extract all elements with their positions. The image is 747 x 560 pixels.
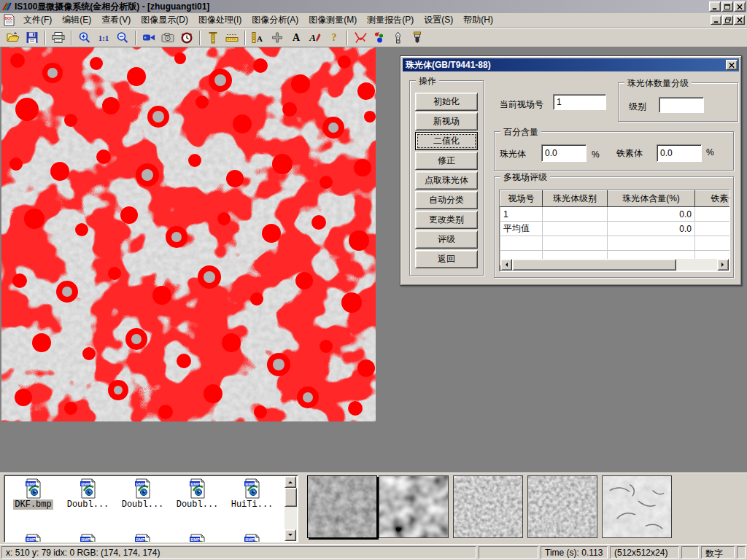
print-icon[interactable] <box>49 30 68 46</box>
col-pearlite-grade[interactable]: 珠光体级别 <box>543 191 608 207</box>
file-name[interactable]: DKF.bmp <box>13 499 53 510</box>
file-name[interactable]: Doubl... <box>120 499 166 510</box>
file-item[interactable] <box>61 534 115 542</box>
menu-image-processing[interactable]: 图像处理(I) <box>193 12 247 28</box>
current-field-input[interactable] <box>553 94 606 110</box>
menu-file[interactable]: 文件(F) <box>18 12 57 28</box>
bmp-file-icon <box>134 534 152 542</box>
scroll-right-icon[interactable] <box>717 259 729 271</box>
cell-field-no[interactable]: 1 <box>500 207 543 222</box>
level-input[interactable] <box>659 97 704 113</box>
thumbnail-5[interactable] <box>602 475 672 538</box>
phase-dots-icon[interactable] <box>370 30 389 46</box>
menu-help[interactable]: 帮助(H) <box>458 12 498 28</box>
file-item[interactable] <box>225 534 279 542</box>
file-item[interactable]: HuiTi... <box>225 478 279 510</box>
file-name[interactable]: HuiTi... <box>230 499 275 510</box>
bmp-file-icon <box>80 478 97 499</box>
cell-content[interactable]: 0.0 <box>608 207 695 222</box>
dialog-close-icon[interactable] <box>726 60 738 70</box>
status-panel-empty <box>737 546 746 559</box>
file-item[interactable]: Doubl... <box>170 478 225 510</box>
scrollbar-thumb[interactable] <box>512 259 676 271</box>
text-edit-icon[interactable]: A <box>306 30 325 46</box>
point-picker-icon[interactable] <box>389 30 408 46</box>
video-camera-icon[interactable] <box>139 30 158 46</box>
file-item[interactable] <box>170 534 225 542</box>
caliper-vertical-icon[interactable] <box>204 30 222 46</box>
col-field-no[interactable]: 视场号 <box>500 191 543 207</box>
menu-measure-report[interactable]: 测量报告(P) <box>362 12 419 28</box>
file-list-scrollbar[interactable] <box>285 476 297 541</box>
mdi-minimize-button[interactable] <box>711 15 721 25</box>
bmp-file-icon <box>25 534 42 542</box>
menu-image-analysis[interactable]: 图像分析(A) <box>247 12 303 28</box>
open-folder-icon[interactable] <box>4 30 23 46</box>
toolbar-separator <box>199 31 201 45</box>
cell-ferrite[interactable] <box>695 222 731 236</box>
mdi-restore-button[interactable] <box>722 15 733 25</box>
zoom-out-icon[interactable] <box>113 30 132 46</box>
cell-field-no[interactable]: 平均值 <box>500 222 543 236</box>
binarize-button[interactable]: 二值化 <box>415 132 478 150</box>
fill-brush-icon[interactable] <box>408 30 427 46</box>
zoom-in-icon[interactable] <box>75 30 94 46</box>
mdi-close-button[interactable] <box>734 15 745 25</box>
scroll-down-icon[interactable] <box>285 529 296 541</box>
ferrite-input[interactable] <box>657 144 702 162</box>
thumbnail-4[interactable] <box>527 475 597 538</box>
menu-image-measure[interactable]: 图像测量(M) <box>303 12 362 28</box>
actual-size-icon[interactable]: 1:1 <box>94 30 113 46</box>
save-icon[interactable] <box>23 30 42 46</box>
table-horizontal-scrollbar[interactable] <box>500 259 729 271</box>
correct-button[interactable]: 修正 <box>415 152 478 170</box>
cell-grade[interactable] <box>543 207 608 222</box>
col-pearlite-content[interactable]: 珠光体含量(%) <box>608 191 695 207</box>
cell-content[interactable]: 0.0 <box>608 222 695 236</box>
help-question-icon[interactable]: ? <box>325 30 344 46</box>
menu-view[interactable]: 查看(V) <box>96 12 136 28</box>
file-item[interactable]: Doubl... <box>61 478 115 510</box>
bmp-file-icon <box>134 478 152 499</box>
file-item[interactable] <box>115 534 170 542</box>
minimize-button[interactable] <box>709 1 721 12</box>
return-button[interactable]: 返回 <box>415 250 478 268</box>
cell-ferrite[interactable] <box>695 207 731 222</box>
thumbnail-3[interactable] <box>453 475 523 538</box>
pearlite-input[interactable] <box>541 144 587 162</box>
caliper-text-icon[interactable]: A <box>249 30 268 46</box>
scroll-up-icon[interactable] <box>285 476 296 488</box>
file-name[interactable]: Doubl... <box>175 499 220 510</box>
thumbnail-1[interactable] <box>307 475 377 538</box>
move-cross-icon[interactable] <box>268 30 287 46</box>
camera-capture-icon[interactable] <box>158 30 177 46</box>
text-label-icon[interactable]: A <box>287 30 306 46</box>
curve-tool-icon[interactable] <box>351 30 370 46</box>
change-class-button[interactable]: 更改类别 <box>415 211 478 229</box>
menu-settings[interactable]: 设置(S) <box>419 12 458 28</box>
pick-pearlite-button[interactable]: 点取珠光体 <box>415 171 478 190</box>
file-item[interactable]: Doubl... <box>115 478 170 510</box>
file-item[interactable] <box>6 534 61 542</box>
init-button[interactable]: 初始化 <box>415 93 478 111</box>
grade-button[interactable]: 评级 <box>415 230 478 249</box>
close-button[interactable] <box>734 1 746 12</box>
dialog-title-bar[interactable]: 珠光体(GB/T9441-88) <box>403 58 739 71</box>
menu-edit[interactable]: 编辑(E) <box>57 12 96 28</box>
new-field-button[interactable]: 新视场 <box>415 112 478 131</box>
menu-image-display[interactable]: 图像显示(D) <box>136 12 193 28</box>
cell-grade[interactable] <box>543 222 608 236</box>
maximize-button[interactable] <box>721 1 733 12</box>
col-ferrite[interactable]: 铁素体 <box>695 191 731 207</box>
file-list: DKF.bmp Doubl... Doubl... Doubl... HuiTi… <box>4 475 298 542</box>
file-name[interactable]: Doubl... <box>66 499 111 510</box>
scroll-left-icon[interactable] <box>500 259 512 271</box>
thumbnail-2[interactable] <box>379 475 449 538</box>
file-item[interactable]: DKF.bmp <box>6 478 61 510</box>
scrollbar-thumb[interactable] <box>285 488 297 507</box>
metallograph-image[interactable] <box>1 47 376 421</box>
timer-clock-icon[interactable] <box>177 30 196 46</box>
auto-classify-button[interactable]: 自动分类 <box>415 191 478 209</box>
document-icon[interactable]: DOC <box>3 14 15 26</box>
ruler-horizontal-icon[interactable] <box>222 30 241 46</box>
